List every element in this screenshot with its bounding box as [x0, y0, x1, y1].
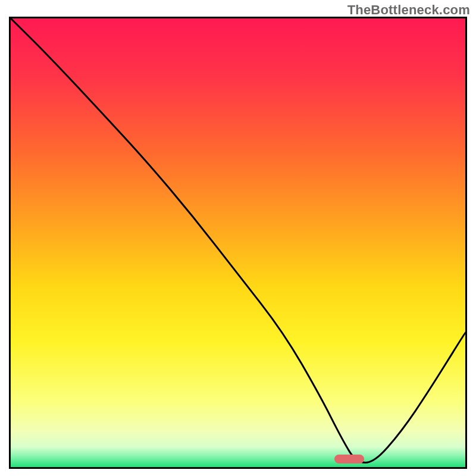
bottleneck-curve [11, 18, 465, 467]
plot-frame [9, 17, 467, 469]
watermark-text: TheBottleneck.com [347, 2, 470, 18]
optimal-marker [334, 455, 364, 464]
chart-container: TheBottleneck.com [0, 0, 476, 476]
curve-path [11, 18, 465, 463]
